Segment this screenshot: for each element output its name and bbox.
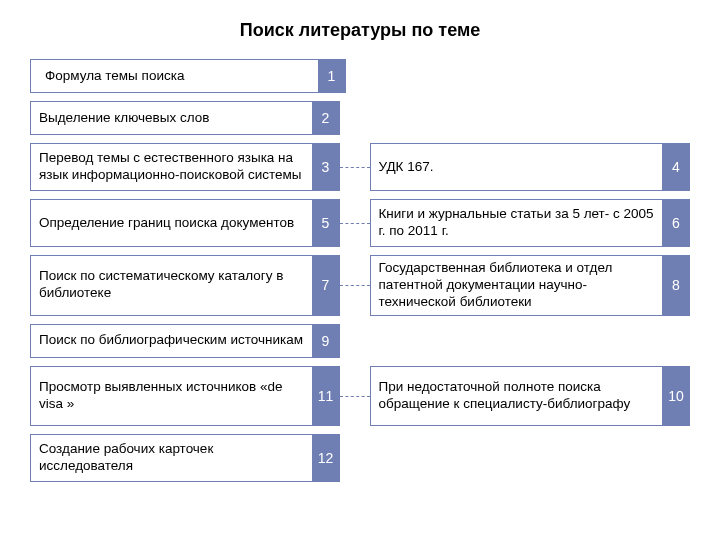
connector — [340, 199, 370, 247]
step-number: 12 — [312, 434, 340, 482]
step-text: Выделение ключевых слов — [30, 101, 313, 135]
step-text: Создание рабочих карточек исследователя — [30, 434, 313, 482]
step-text: Поиск по библиографическим источникам — [30, 324, 313, 358]
step-text: Формула темы поиска — [30, 59, 319, 93]
connector — [340, 255, 370, 316]
detail-text: УДК 167. — [370, 143, 664, 191]
detail-number: 4 — [662, 143, 690, 191]
step-row: Выделение ключевых слов 2 — [30, 101, 690, 135]
step-row: Просмотр выявленных источников «de visa … — [30, 366, 690, 426]
detail-text: При недостаточной полноте поиска обращен… — [370, 366, 664, 426]
step-row: Формула темы поиска 1 — [30, 59, 690, 93]
step-row: Перевод темы с естественного языка на яз… — [30, 143, 690, 191]
step-text: Перевод темы с естественного языка на яз… — [30, 143, 313, 191]
detail-number: 8 — [662, 255, 690, 316]
step-number: 9 — [312, 324, 340, 358]
detail-number: 10 — [662, 366, 690, 426]
step-text: Определение границ поиска документов — [30, 199, 313, 247]
step-number: 11 — [312, 366, 340, 426]
detail-number: 6 — [662, 199, 690, 247]
step-number: 2 — [312, 101, 340, 135]
step-row: Определение границ поиска документов 5 К… — [30, 199, 690, 247]
step-number: 3 — [312, 143, 340, 191]
step-number: 5 — [312, 199, 340, 247]
step-text: Поиск по систематическому каталогу в биб… — [30, 255, 313, 316]
detail-text: Книги и журнальные статьи за 5 лет- с 20… — [370, 199, 664, 247]
step-row: Поиск по систематическому каталогу в биб… — [30, 255, 690, 316]
step-text: Просмотр выявленных источников «de visa … — [30, 366, 313, 426]
step-number: 1 — [318, 59, 346, 93]
connector — [340, 366, 370, 426]
page-title: Поиск литературы по теме — [30, 20, 690, 41]
connector — [340, 143, 370, 191]
step-row: Поиск по библиографическим источникам 9 — [30, 324, 690, 358]
step-number: 7 — [312, 255, 340, 316]
step-row: Создание рабочих карточек исследователя … — [30, 434, 690, 482]
detail-text: Государственная библиотека и отдел патен… — [370, 255, 664, 316]
